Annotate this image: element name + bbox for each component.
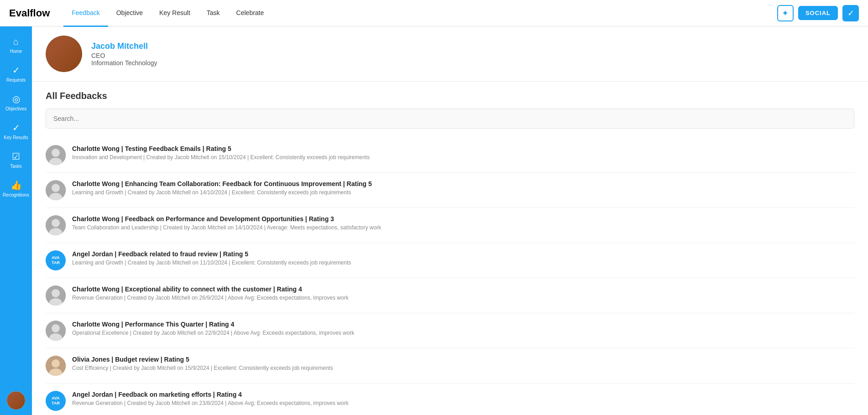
feedback-content: Charlotte Wong | Feedback on Performance… [72,215,381,231]
profile-name: Jacob Mitchell [91,42,157,51]
user-avatar[interactable] [7,391,25,410]
nav-links: Feedback Objective Key Result Task Celeb… [63,0,777,26]
nav-objective[interactable]: Objective [108,0,151,27]
sidebar-label-key-results: Key Results [4,135,28,140]
feedback-list: Charlotte Wong | Testing Feedback Emails… [46,138,854,415]
feedbacks-section: All Feedbacks Charlotte Wong | Testing F… [32,82,868,415]
requests-icon: ✓ [12,65,20,76]
nav-celebrate[interactable]: Celebrate [228,0,272,27]
magic-button[interactable]: ✦ [777,5,794,21]
feedback-meta: Cost Efficiency | Created by Jacob Mitch… [72,365,333,371]
svg-point-13 [52,324,60,332]
feedback-title: Charlotte Wong | Testing Feedback Emails… [72,145,370,152]
feedback-content: Charlotte Wong | Enhancing Team Collabor… [72,180,372,196]
feedback-item[interactable]: AVATAR Angel Jordan | Feedback on market… [46,384,854,415]
feedback-content: Angel Jordan | Feedback on marketing eff… [72,391,349,406]
feedback-meta: Team Collaboration and Leadership | Crea… [72,224,381,231]
feedback-item[interactable]: Charlotte Wong | Exceptional ability to … [46,278,854,313]
sidebar-bottom [7,391,25,415]
feedback-content: Charlotte Wong | Exceptional ability to … [72,285,349,301]
feedback-avatar [46,215,66,235]
recognitions-icon: 👍 [10,180,22,191]
feedback-title: Angel Jordan | Feedback related to fraud… [72,250,351,258]
check-button[interactable]: ✓ [842,5,859,21]
feedback-title: Charlotte Wong | Performance This Quarte… [72,321,354,328]
feedback-item[interactable]: Charlotte Wong | Enhancing Team Collabor… [46,173,854,208]
nav-right: ✦ SOCIAL ✓ [777,5,859,21]
section-title: All Feedbacks [46,91,854,101]
feedback-meta: Learning and Growth | Created by Jacob M… [72,189,372,196]
nav-feedback[interactable]: Feedback [63,0,108,27]
profile-avatar [46,36,82,72]
profile-title: CEO [91,52,157,59]
profile-department: Information Technology [91,59,157,67]
search-container [46,109,854,129]
profile-header: Jacob Mitchell CEO Information Technolog… [32,26,868,82]
feedback-item[interactable]: Charlotte Wong | Testing Feedback Emails… [46,138,854,173]
sidebar-label-objectives: Objectives [5,106,27,111]
app-body: ⌂ Home ✓ Requests ◎ Objectives ✓ Key Res… [0,26,868,415]
main-content: Jacob Mitchell CEO Information Technolog… [32,26,868,415]
feedback-content: Angel Jordan | Feedback related to fraud… [72,250,351,266]
feedback-content: Charlotte Wong | Testing Feedback Emails… [72,145,370,161]
app-logo: Evalflow [9,7,50,19]
social-button[interactable]: SOCIAL [798,6,838,20]
svg-point-7 [52,219,60,227]
feedback-meta: Revenue Generation | Created by Jacob Mi… [72,400,349,406]
sidebar-item-tasks[interactable]: ☑ Tasks [0,145,32,174]
key-results-icon: ✓ [12,122,20,133]
user-avatar-image [7,391,25,410]
objectives-icon: ◎ [12,93,20,104]
feedback-avatar: AVATAR [46,250,66,270]
profile-avatar-image [46,36,82,72]
feedback-title: Charlotte Wong | Exceptional ability to … [72,285,349,293]
feedback-item[interactable]: Charlotte Wong | Performance This Quarte… [46,313,854,348]
nav-task[interactable]: Task [199,0,228,27]
feedback-avatar [46,285,66,306]
feedback-title: Charlotte Wong | Feedback on Performance… [72,215,381,223]
feedback-item[interactable]: Charlotte Wong | Feedback on Performance… [46,208,854,243]
feedback-meta: Innovation and Development | Created by … [72,154,370,161]
feedback-title: Angel Jordan | Feedback on marketing eff… [72,391,349,398]
feedback-item[interactable]: AVATAR Angel Jordan | Feedback related t… [46,243,854,278]
feedback-avatar [46,321,66,341]
sidebar-item-requests[interactable]: ✓ Requests [0,59,32,88]
sidebar-item-objectives[interactable]: ◎ Objectives [0,88,32,117]
feedback-meta: Revenue Generation | Created by Jacob Mi… [72,295,349,301]
feedback-avatar [46,145,66,165]
top-navigation: Evalflow Feedback Objective Key Result T… [0,0,868,26]
sidebar-item-key-results[interactable]: ✓ Key Results [0,117,32,145]
feedback-avatar [46,356,66,376]
sidebar-label-tasks: Tasks [10,164,22,169]
tasks-icon: ☑ [12,151,20,162]
feedback-content: Charlotte Wong | Performance This Quarte… [72,321,354,336]
sidebar-label-recognitions: Recognitions [3,192,29,197]
profile-info: Jacob Mitchell CEO Information Technolog… [91,42,157,67]
home-icon: ⌂ [13,36,19,47]
sidebar-label-home: Home [10,49,22,54]
nav-key-result[interactable]: Key Result [151,0,199,27]
feedback-title: Charlotte Wong | Enhancing Team Collabor… [72,180,372,187]
feedback-meta: Operational Excellence | Created by Jaco… [72,330,354,336]
svg-point-10 [52,289,60,297]
feedback-title: Olivia Jones | Budget review | Rating 5 [72,356,333,363]
sidebar: ⌂ Home ✓ Requests ◎ Objectives ✓ Key Res… [0,26,32,415]
feedback-content: Olivia Jones | Budget review | Rating 5 … [72,356,333,371]
svg-point-1 [52,149,60,157]
search-input[interactable] [53,115,847,122]
svg-point-16 [52,359,60,368]
feedback-item[interactable]: Olivia Jones | Budget review | Rating 5 … [46,348,854,384]
svg-point-4 [52,184,60,192]
sidebar-item-recognitions[interactable]: 👍 Recognitions [0,174,32,203]
sidebar-label-requests: Requests [6,78,26,83]
feedback-avatar: AVATAR [46,391,66,411]
feedback-avatar [46,180,66,200]
feedback-meta: Learning and Growth | Created by Jacob M… [72,259,351,266]
sidebar-item-home[interactable]: ⌂ Home [0,31,32,59]
